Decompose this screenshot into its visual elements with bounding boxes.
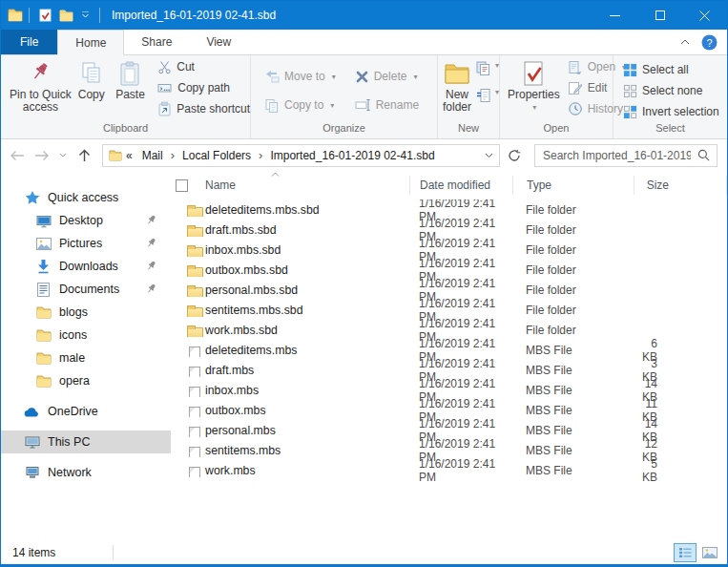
breadcrumb-chevron-icon: › <box>257 148 264 162</box>
copy-button[interactable]: Copy <box>73 55 111 101</box>
sidebar-item-desktop[interactable]: Desktop <box>1 209 171 232</box>
back-button[interactable] <box>7 144 28 167</box>
select-all-checkbox[interactable] <box>176 179 188 192</box>
copy-path-icon <box>157 81 173 94</box>
easy-access-button[interactable]: ▾ <box>476 88 499 103</box>
new-folder-button[interactable]: New folder <box>442 55 472 114</box>
recent-locations-button[interactable] <box>56 144 70 167</box>
sidebar-item-male[interactable]: male <box>1 346 171 369</box>
sidebar-item-icons[interactable]: icons <box>1 324 171 346</box>
file-name-cell[interactable]: personal.mbs <box>171 424 409 437</box>
tab-home[interactable]: Home <box>57 30 124 55</box>
file-type-icon <box>189 346 200 357</box>
file-name-cell[interactable]: draft.mbs.sbd <box>171 223 409 237</box>
status-bar: 14 items <box>1 541 727 564</box>
sidebar-item-downloads[interactable]: Downloads <box>1 255 171 278</box>
tab-view[interactable]: View <box>189 30 248 54</box>
sidebar-item-blogs[interactable]: blogs <box>1 301 171 324</box>
minimize-ribbon-button[interactable] <box>680 39 690 45</box>
table-row[interactable]: work.mbs 1/16/2019 2:41 PM MBS File 5 KB <box>171 460 727 480</box>
folder-app-icon <box>8 9 23 22</box>
sidebar-item-this-pc[interactable]: This PC <box>1 430 171 453</box>
sidebar-item-quick-access[interactable]: Quick access <box>1 186 171 209</box>
column-headers: Name Date modified Type Size <box>171 171 727 200</box>
help-icon: ? <box>701 34 718 51</box>
column-header-name[interactable]: Name <box>171 176 409 195</box>
breadcrumb-local-folders[interactable]: Local Folders <box>178 147 255 164</box>
properties-button[interactable]: Properties ▾ <box>508 55 560 114</box>
move-to-button[interactable]: Move to▾ <box>264 66 336 87</box>
paste-icon <box>118 58 141 89</box>
refresh-button[interactable] <box>504 144 525 167</box>
group-label-clipboard: Clipboard <box>1 122 250 138</box>
copy-to-button[interactable]: Copy to▾ <box>264 94 336 116</box>
breadcrumb-overflow[interactable]: « <box>122 147 136 164</box>
forward-button[interactable] <box>31 144 52 167</box>
breadcrumb-chevron-icon: › <box>169 148 177 162</box>
sidebar-item-opera[interactable]: opera <box>1 369 171 392</box>
easy-access-icon <box>476 88 491 103</box>
new-item-button[interactable]: ▾ <box>476 61 499 76</box>
dropdown-arrow-icon: ▾ <box>330 101 334 110</box>
cut-button[interactable]: Cut <box>157 56 250 77</box>
onedrive-cloud-icon <box>24 407 40 417</box>
file-name-cell[interactable]: work.mbs.sbd <box>171 324 409 337</box>
sidebar-item-onedrive[interactable]: OneDrive <box>1 400 171 423</box>
tab-file[interactable]: File <box>1 30 57 54</box>
search-icon[interactable] <box>691 149 717 161</box>
address-dropdown-button[interactable] <box>480 144 497 167</box>
sidebar-item-network[interactable]: Network <box>1 461 171 484</box>
close-button[interactable] <box>682 1 727 30</box>
large-icons-view-button[interactable] <box>698 543 721 562</box>
file-name-cell[interactable]: sentitems.mbs.sbd <box>171 304 409 317</box>
type-cell: MBS File <box>512 464 634 477</box>
folder-icon <box>35 352 52 365</box>
file-name-cell[interactable]: outbox.mbs.sbd <box>171 263 409 277</box>
paste-button[interactable]: Paste <box>111 55 151 101</box>
titlebar[interactable]: Imported_16-01-2019 02-41.sbd <box>1 1 727 30</box>
select-none-button[interactable]: Select none <box>623 80 702 101</box>
file-name-cell[interactable]: deleteditems.mbs.sbd <box>171 203 409 217</box>
copy-path-button[interactable]: Copy path <box>157 77 250 98</box>
column-header-type[interactable]: Type <box>512 176 634 195</box>
file-type-icon <box>187 327 203 337</box>
file-name-cell[interactable]: personal.mbs.sbd <box>171 284 409 297</box>
up-button[interactable] <box>73 144 94 167</box>
address-bar[interactable]: « Mail › Local Folders › Imported_16-01-… <box>102 144 500 167</box>
type-cell: MBS File <box>512 344 634 357</box>
tab-share[interactable]: Share <box>124 30 189 54</box>
rename-button[interactable]: Rename <box>355 94 419 116</box>
file-name-cell[interactable]: deleteditems.mbs <box>171 344 409 357</box>
new-folder-icon <box>444 58 470 89</box>
sort-ascending-icon <box>271 172 280 177</box>
qat-properties-button[interactable] <box>35 1 55 30</box>
file-name-cell[interactable]: draft.mbs <box>171 364 409 377</box>
pin-to-quick-access-button[interactable]: Pin to Quick access <box>9 55 73 114</box>
separator <box>29 8 30 23</box>
qat-customize-button[interactable] <box>77 1 94 30</box>
search-input[interactable] <box>535 149 691 162</box>
qat-new-folder-button[interactable] <box>55 1 77 30</box>
group-label-new: New <box>438 122 499 138</box>
delete-button[interactable]: Delete▾ <box>355 66 419 87</box>
breadcrumb-mail[interactable]: Mail <box>138 147 167 164</box>
pin-icon <box>145 283 157 295</box>
file-name-cell[interactable]: outbox.mbs <box>171 404 409 417</box>
column-header-date-modified[interactable]: Date modified <box>409 176 512 195</box>
paste-shortcut-button[interactable]: Paste shortcut <box>157 98 250 119</box>
file-name-cell[interactable]: work.mbs <box>171 464 409 477</box>
file-name-cell[interactable]: inbox.mbs <box>171 384 409 397</box>
details-view-button[interactable] <box>674 543 697 562</box>
sidebar-item-documents[interactable]: Documents <box>1 278 171 301</box>
sidebar-item-pictures[interactable]: Pictures <box>1 232 171 255</box>
file-name-cell[interactable]: sentitems.mbs <box>171 444 409 457</box>
select-all-button[interactable]: Select all <box>623 59 689 80</box>
group-label-open: Open <box>500 122 613 138</box>
maximize-button[interactable] <box>637 1 682 30</box>
invert-selection-button[interactable]: Invert selection <box>623 101 719 122</box>
column-header-size[interactable]: Size <box>634 176 727 195</box>
breadcrumb-current-folder[interactable]: Imported_16-01-2019 02-41.sbd <box>266 147 438 164</box>
minimize-button[interactable] <box>593 1 637 30</box>
help-button[interactable]: ? <box>701 34 718 51</box>
file-name-cell[interactable]: inbox.mbs.sbd <box>171 243 409 257</box>
